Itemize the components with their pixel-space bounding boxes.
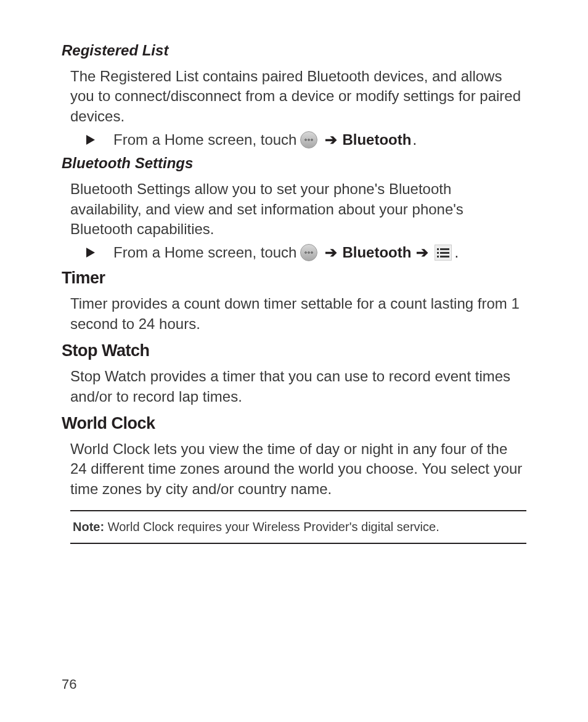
list-menu-icon [435,245,452,261]
heading-timer: Timer [62,269,526,288]
text-registered-list: The Registered List contains paired Blue… [70,67,526,126]
triangle-bullet-icon [86,248,95,258]
text-world-clock: World Clock lets you view the time of da… [70,439,526,499]
heading-bluetooth-settings: Bluetooth Settings [62,155,526,172]
step-bluetooth-settings: From a Home screen, touch ➔ Bluetooth ➔ … [86,244,526,261]
apps-icon [300,244,317,261]
page-number: 76 [62,676,76,692]
text-bluetooth-settings: Bluetooth Settings allow you to set your… [70,179,526,239]
step-text: From a Home screen, touch [113,131,296,148]
period: . [412,131,417,148]
step-text: From a Home screen, touch [113,244,296,261]
step-bold-target: Bluetooth [342,131,411,148]
note-label: Note: [73,520,104,533]
heading-world-clock: World Clock [62,414,526,433]
note-text: World Clock requires your Wireless Provi… [104,520,439,533]
arrow-icon: ➔ [325,244,337,261]
arrow-icon: ➔ [325,131,337,148]
period: . [454,244,459,261]
text-stop-watch: Stop Watch provides a timer that you can… [70,367,526,407]
text-timer: Timer provides a count down timer settab… [70,294,526,334]
arrow-icon: ➔ [416,244,428,261]
heading-registered-list: Registered List [62,42,526,59]
heading-stop-watch: Stop Watch [62,341,526,360]
triangle-bullet-icon [86,135,95,145]
note-box: Note: World Clock requires your Wireless… [70,510,526,544]
apps-icon [300,131,317,148]
step-registered-list: From a Home screen, touch ➔ Bluetooth . [86,131,526,148]
step-bold-target: Bluetooth [342,244,411,261]
